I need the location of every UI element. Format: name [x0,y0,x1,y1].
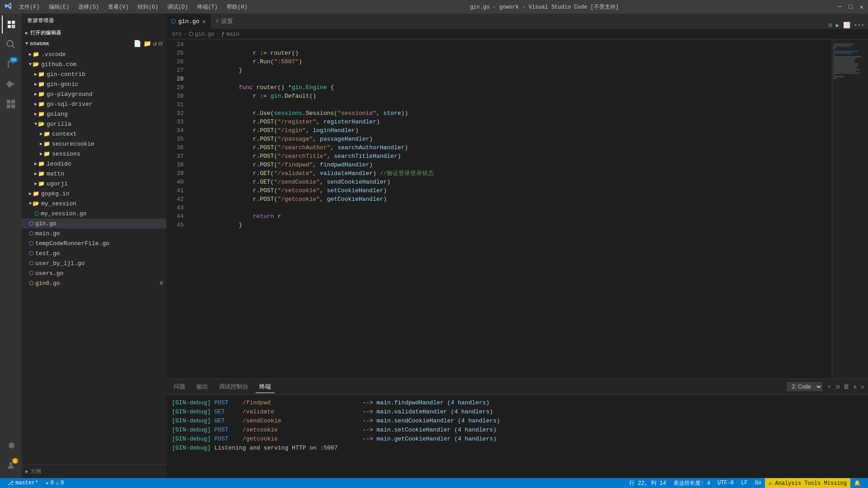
tree-securecookie[interactable]: ▶ 📁 securecookie [22,139,166,149]
tree-go-sql-driver[interactable]: ▶ 📁 go-sql-driver [22,99,166,109]
outline-chevron: ▶ [25,468,28,475]
notifications-status[interactable]: 🔔 [850,478,864,488]
tree-leodido[interactable]: ▶ 📁 leodido [22,159,166,169]
tree-users-go[interactable]: ⬡ users.go [22,268,166,278]
tree-gopkg[interactable]: ▶ 📁 gopkg.in [22,189,166,199]
tree-main-go[interactable]: ⬡ main.go [22,228,166,238]
errors-status[interactable]: ✕ 0 ⚠ 0 [42,478,67,488]
gowork-actions: 📄 📁 ↺ ⊟ [133,40,163,47]
new-file-icon[interactable]: 📄 [133,40,142,47]
menu-edit[interactable]: 编辑(E) [45,2,73,12]
menu-view[interactable]: 查看(V) [104,2,133,12]
open-editors-section[interactable]: ▶ 打开的编辑器 [22,28,166,38]
analysis-tools-warning[interactable]: ⚠ Analysis Tools Missing [765,478,850,488]
menu-help[interactable]: 帮助(H) [223,2,251,12]
breadcrumb-symbol[interactable]: ƒ main [221,31,239,38]
gin-contrib-label: gin-contrib [47,71,85,78]
term-line-5: [GIN-debug] POST /getcookie --> main.get… [172,435,863,444]
close-button[interactable]: ✕ [860,3,863,11]
tree-my-session-go[interactable]: ⬡ my_session.go [22,208,166,218]
git-branch-label: master* [15,480,38,486]
sessions-chevron: ▶ [40,151,43,156]
activity-run[interactable] [2,75,20,93]
tree-github[interactable]: ▼ 📂 github.com [22,59,166,69]
breadcrumb-file[interactable]: ⬡ gin.go [189,31,214,38]
more-actions-icon[interactable]: ••• [854,22,864,29]
my-session-chevron: ▼ [29,201,32,206]
add-terminal-icon[interactable]: ＋ [826,383,832,391]
tree-vscode[interactable]: ▶ 📁 .vscode [22,49,166,59]
tree-test-go[interactable]: ⬡ test.go [22,248,166,258]
tree-gin-gonic[interactable]: ▶ 📁 gin-gonic [22,79,166,89]
tree-temp-go[interactable]: ⬡ tempCodeRunnerFile.go [22,238,166,248]
tree-gorilla[interactable]: ▼ 📂 gorilla [22,119,166,129]
tree-mattn[interactable]: ▶ 📁 mattn [22,169,166,179]
panel-tab-problems[interactable]: 问题 [170,381,189,393]
language-status[interactable]: Go [751,478,765,488]
tree-ugorji[interactable]: ▶ 📁 ugorji [22,179,166,189]
activity-search[interactable] [2,35,20,53]
gowork-section[interactable]: ▼ GOWORK 📄 📁 ↺ ⊟ [22,38,166,49]
modified-badge: U [160,280,163,286]
activity-settings[interactable] [2,436,20,455]
menu-file[interactable]: 文件(F) [15,2,43,12]
outline-label: 大纲 [30,468,41,475]
line-num-34: 34 [166,126,184,135]
activity-extensions[interactable] [2,95,20,113]
git-branch-status[interactable]: ⎇ master* [4,478,42,488]
tree-gin0-go[interactable]: ⬡ gin0.go U [22,278,166,288]
tree-my-session[interactable]: ▼ 📂 my_session [22,199,166,208]
collapse-all-icon[interactable]: ⊟ [159,40,163,47]
test-go-label: test.go [35,250,60,257]
tab-settings[interactable]: ≡ 设置 [211,14,238,29]
panel-tab-debug[interactable]: 调试控制台 [215,381,252,393]
panel-up-icon[interactable]: ∧ [853,383,857,391]
code-line-44: } [189,212,832,221]
minimize-button[interactable]: ─ [838,3,841,11]
run-code-icon[interactable]: ▶ [836,22,840,29]
tree-golang[interactable]: ▶ 📁 golang [22,109,166,119]
tab-gin-go[interactable]: ⬡ gin.go ✕ [166,14,211,29]
outline-section[interactable]: ▶ 大纲 [22,464,166,478]
tab-size-status[interactable]: 表达符长度: 4 [670,478,714,488]
tree-go-playground[interactable]: ▶ 📁 go-playground [22,89,166,99]
panel-close-icon[interactable]: ✕ [861,383,864,391]
split-terminal-icon[interactable]: ⊟ [836,383,840,391]
new-folder-icon[interactable]: 📁 [143,40,152,47]
tree-user-go[interactable]: ⬡ user_by_ljl.go [22,258,166,268]
activity-explorer[interactable] [2,15,20,33]
menu-debug[interactable]: 调试(D) [164,2,192,12]
line-num-35: 35 [166,135,184,143]
leodido-chevron: ▶ [34,161,37,166]
toggle-panel-icon[interactable]: ⬜ [843,22,850,29]
cursor-position-status[interactable]: 行 22, 列 14 [626,478,670,488]
panel-tab-terminal[interactable]: 终端 [256,381,275,393]
delete-terminal-icon[interactable]: 🗑 [843,383,849,390]
code-container: 24 25 26 27 28 29 30 31 32 33 34 35 36 3… [166,39,868,379]
menu-select[interactable]: 选择(S) [75,2,103,12]
activity-account[interactable]: 1 [2,456,20,474]
breadcrumb-src[interactable]: src [172,31,182,38]
menu-goto[interactable]: 转到(G) [134,2,162,12]
terminal-content[interactable]: [GIN-debug] POST /findpwd --> main.findp… [166,395,868,478]
terminal-selector[interactable]: 2: Code [787,382,822,391]
line-num-36: 36 [166,143,184,152]
gin-go-close-icon[interactable]: ✕ [202,18,206,25]
activity-git[interactable]: 5K [2,55,20,73]
gin-go-tab-icon: ⬡ [171,18,175,25]
panel-tab-output[interactable]: 输出 [193,381,212,393]
svg-rect-10 [7,100,10,104]
line-ending-status[interactable]: LF [737,478,751,488]
line-num-30: 30 [166,92,184,100]
ugorji-label: ugorji [47,180,68,187]
refresh-icon[interactable]: ↺ [153,40,157,47]
encoding-status[interactable]: UTF-8 [714,478,737,488]
tree-context[interactable]: ▶ 📁 context [22,129,166,139]
tree-gin-go[interactable]: ⬡ gin.go [22,218,166,228]
split-editor-icon[interactable]: ⊞ [829,22,832,29]
maximize-button[interactable]: □ [849,3,852,11]
code-content[interactable]: r := router() r.Run(":5007") } func ro [189,39,832,379]
tree-gin-contrib[interactable]: ▶ 📁 gin-contrib [22,69,166,79]
menu-terminal[interactable]: 终端(T) [194,2,222,12]
tree-sessions[interactable]: ▶ 📁 sessions [22,149,166,159]
